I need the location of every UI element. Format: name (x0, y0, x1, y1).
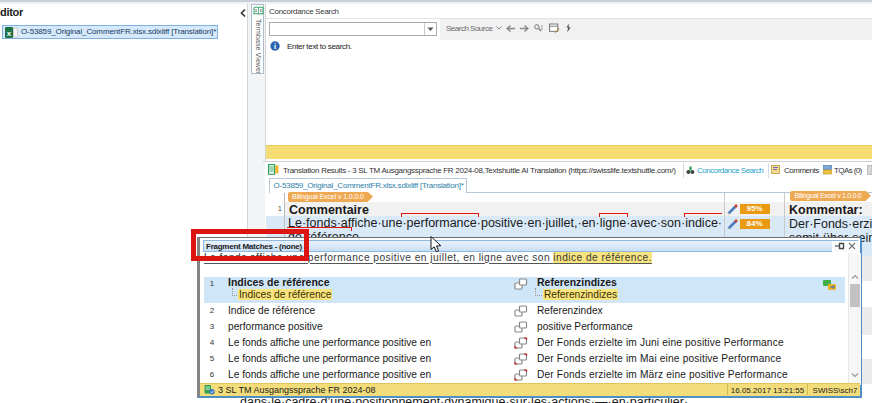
svg-text:i: i (274, 42, 276, 51)
svg-text:x: x (7, 29, 12, 38)
